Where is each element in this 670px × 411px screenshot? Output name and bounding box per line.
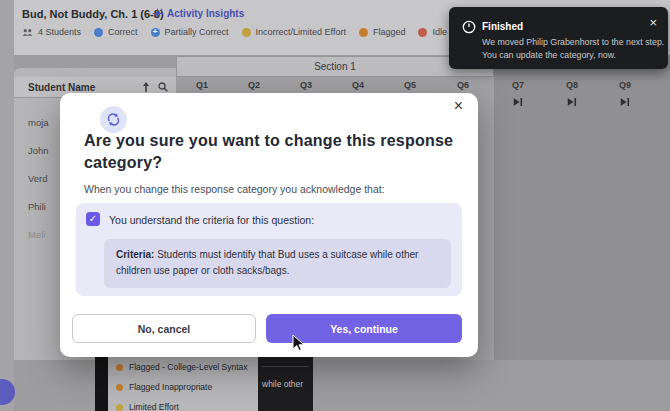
category-dot-icon	[116, 404, 123, 411]
column-header-q9: Q9	[619, 80, 631, 90]
column-header-q6: Q6	[457, 80, 469, 90]
student-name-header: Student Name	[28, 82, 142, 93]
skip-to-question-icon[interactable]	[621, 92, 630, 110]
sort-ascending-icon[interactable]	[142, 82, 150, 92]
confirm-dialog: × Are you sure you want to change this r…	[60, 93, 478, 357]
column-header-q4: Q4	[352, 80, 364, 90]
legend-item-incorrect: Incorrect/Limited Effort	[242, 27, 346, 37]
dialog-close-icon[interactable]: ×	[454, 97, 463, 115]
legend-item-idle: Idle	[418, 27, 447, 37]
legend-label: Correct	[108, 27, 138, 37]
section-header: Section 1	[176, 56, 494, 77]
column-header-q7: Q7	[512, 80, 524, 90]
column-header-q8: Q8	[566, 80, 578, 90]
plus-icon: +	[153, 28, 158, 36]
toast-title: Finished	[482, 21, 523, 32]
toast-notification: Finished × We moved Philip Grabenhorst t…	[449, 7, 668, 69]
dialog-subtitle: When you change this response category y…	[84, 183, 385, 195]
criteria-box: Criteria: Students must identify that Bu…	[104, 239, 451, 288]
legend-item-partially-correct: + Partially Correct	[151, 27, 229, 37]
activity-insights-link[interactable]: Activity Insights	[152, 8, 244, 19]
students-count: 4 Students	[22, 27, 81, 37]
assignment-title: Bud, Not Buddy, Ch. 1 (6-8)	[22, 8, 164, 20]
criteria-label: Criteria:	[116, 249, 154, 260]
category-dot-icon	[116, 384, 123, 391]
tooltip-text: while other	[262, 379, 303, 389]
student-name: Phili	[28, 201, 46, 212]
student-name: John	[28, 145, 49, 156]
column-header-q3: Q3	[300, 80, 312, 90]
screen: Bud, Not Buddy, Ch. 1 (6-8) Activity Ins…	[0, 0, 670, 411]
menu-item-label: Flagged - College-Level Syntax	[129, 362, 248, 372]
dialog-title: Are you sure you want to change this res…	[84, 130, 469, 173]
legend-label: Partially Correct	[165, 27, 229, 37]
skip-to-question-icon[interactable]	[514, 92, 523, 110]
partially-correct-dot-icon: +	[151, 28, 160, 37]
student-name: Verd	[28, 173, 48, 184]
column-header-q5: Q5	[404, 80, 416, 90]
students-icon	[22, 28, 33, 37]
column-header-q1: Q1	[196, 80, 208, 90]
idle-dot-icon	[418, 28, 427, 37]
toast-close-icon[interactable]: ×	[649, 16, 657, 29]
sparkles-icon	[152, 8, 163, 19]
student-name: moja	[28, 117, 49, 128]
skip-to-question-icon[interactable]	[568, 92, 577, 110]
legend-item-correct: Correct	[94, 27, 138, 37]
legend-bar: 4 Students Correct + Partially Correct I…	[22, 27, 447, 37]
incorrect-dot-icon	[242, 28, 251, 37]
toast-message-line2: You can update the category, now.	[482, 50, 616, 60]
category-menu: Flagged - College-Level Syntax Flagged I…	[108, 357, 258, 411]
check-icon: ✓	[89, 214, 97, 224]
search-icon[interactable]	[158, 82, 168, 92]
cancel-button[interactable]: No, cancel	[72, 314, 256, 343]
tooltip-divider	[262, 366, 309, 367]
menu-item-label: Flagged Inappropriate	[129, 382, 212, 392]
column-header-q2: Q2	[248, 80, 260, 90]
legend-label: Idle	[432, 27, 447, 37]
criteria-checkbox[interactable]: ✓	[86, 212, 100, 226]
refresh-icon-badge	[100, 106, 127, 133]
acknowledge-label: You understand the criteria for this que…	[109, 214, 314, 226]
mouse-cursor	[292, 334, 305, 352]
legend-label: Incorrect/Limited Effort	[256, 27, 346, 37]
toast-message-line1: We moved Philip Grabenhorst to the next …	[482, 37, 664, 47]
activity-insights-label: Activity Insights	[167, 8, 244, 19]
menu-item[interactable]: Flagged - College-Level Syntax	[108, 357, 258, 377]
refresh-icon	[106, 112, 121, 127]
category-menu-edge	[95, 357, 108, 411]
timer-icon	[462, 20, 476, 34]
flagged-dot-icon	[359, 28, 368, 37]
acknowledge-box: ✓ You understand the criteria for this q…	[76, 203, 462, 296]
student-name: Meli	[28, 229, 45, 240]
correct-dot-icon	[94, 28, 103, 37]
menu-item[interactable]: Flagged Inappropriate	[108, 377, 258, 397]
criteria-tooltip-fragment: while other	[258, 357, 313, 411]
sidebar-collapsed-strip	[0, 0, 14, 411]
criteria-text: Students must identify that Bud uses a s…	[116, 249, 418, 276]
menu-item[interactable]: Limited Effort	[108, 397, 258, 411]
students-count-label: 4 Students	[38, 27, 81, 37]
menu-item-label: Limited Effort	[129, 402, 179, 411]
legend-label: Flagged	[373, 27, 406, 37]
category-dot-icon	[116, 364, 123, 371]
legend-item-flagged: Flagged	[359, 27, 406, 37]
